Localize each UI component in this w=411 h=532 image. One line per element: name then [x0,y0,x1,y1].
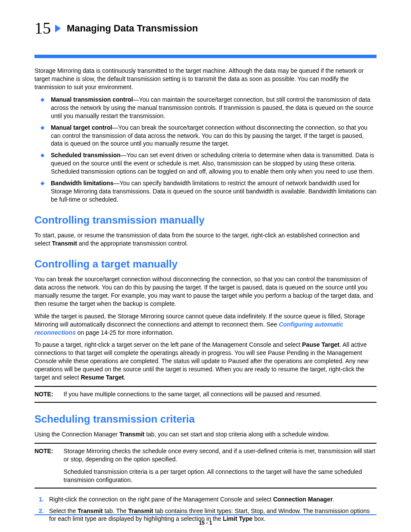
note-box: NOTE: If you have multiple connections t… [34,386,377,403]
section-heading-target: Controlling a target manually [34,257,377,271]
note-label: NOTE: [34,390,64,398]
intro-paragraph: Storage Mirroring data is continuously t… [34,67,377,91]
chapter-header: 15 Managing Data Transmission [34,17,377,39]
list-item-label: Manual transmission control [51,96,133,103]
list-item: Manual target control—You can break the … [39,124,377,148]
list-item-label: Scheduled transmission [51,152,121,159]
list-item: Bandwidth limitations—You can specify ba… [39,179,377,204]
note-body: If you have multiple connections to the … [64,390,377,398]
note-body: Storage Mirroring checks the schedule on… [64,447,377,484]
body-paragraph: Using the Connection Manager Transmit ta… [34,430,377,439]
section-heading-transmission: Controlling transmission manually [34,213,377,227]
body-paragraph: To start, pause, or resume the transmiss… [34,231,377,248]
chapter-title: Managing Data Transmission [67,22,198,35]
list-item: Scheduled transmission—You can set event… [39,151,377,176]
page-number: 15 - 1 [0,520,411,526]
section-heading-scheduling: Scheduling transmission criteria [34,412,377,426]
step-item: Right-click the connection on the right … [39,495,377,504]
list-item: Manual transmission control—You can main… [39,96,377,120]
step-list: Right-click the connection on the right … [34,495,377,523]
note-label: NOTE: [34,447,64,484]
chapter-number: 15 [34,17,51,39]
chapter-arrow-icon [55,25,61,32]
body-paragraph: To pause a target, right-click a target … [34,341,377,381]
body-paragraph: You can break the source/target connecti… [34,275,377,308]
list-item-label: Bandwidth limitations [51,180,113,187]
feature-list: Manual transmission control—You can main… [34,96,377,204]
body-paragraph: While the target is paused, the Storage … [34,312,377,337]
note-box: NOTE: Storage Mirroring checks the sched… [34,443,377,488]
document-page: 15 Managing Data Transmission Storage Mi… [0,0,411,532]
list-item-label: Manual target control [51,124,112,131]
header-divider [34,55,377,58]
footer-divider [34,514,377,515]
